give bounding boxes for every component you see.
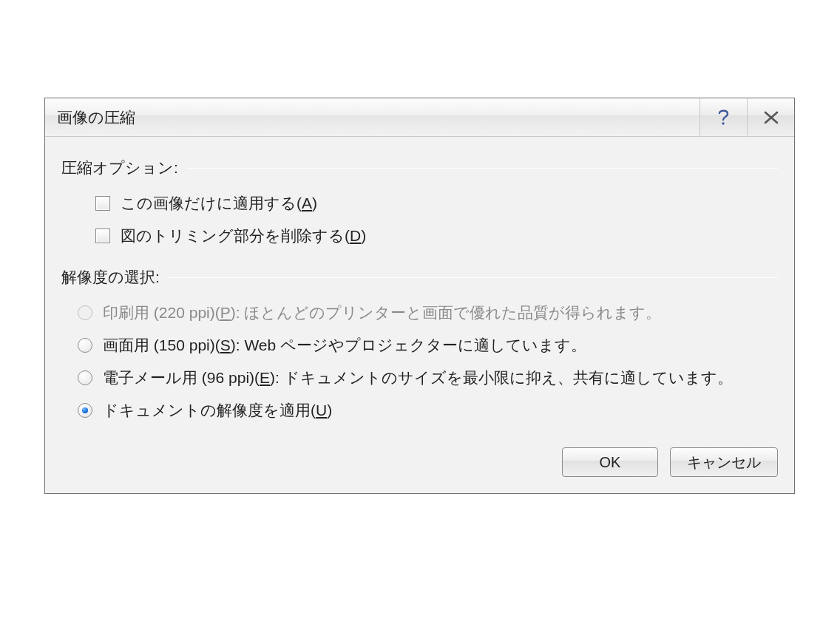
ok-button[interactable]: OK: [562, 447, 658, 477]
resolution-radio-email[interactable]: [78, 370, 92, 385]
resolution-radio-screen[interactable]: [78, 338, 92, 353]
resolution-radio-group: 印刷用 (220 ppi)(P): ほとんどのプリンターと画面で優れた品質が得ら…: [61, 298, 778, 428]
resolution-label-email: 電子メール用 (96 ppi)(E): ドキュメントのサイズを最小限に抑え、共有…: [103, 368, 733, 388]
help-icon: [717, 109, 731, 126]
help-button[interactable]: [700, 98, 747, 136]
resolution-option-screen[interactable]: 画面用 (150 ppi)(S): Web ページやプロジェクターに適しています…: [61, 331, 778, 363]
dialog-title: 画像の圧縮: [45, 98, 700, 136]
apply-only-this-label: この画像だけに適用する(A): [121, 193, 317, 214]
compression-options-heading-text: 圧縮オプション:: [61, 158, 178, 178]
cancel-button[interactable]: キャンセル: [670, 447, 778, 477]
close-button[interactable]: [747, 98, 794, 136]
dialog-body: 圧縮オプション: この画像だけに適用する(A) 図のトリミング部分を削除する(D…: [45, 137, 794, 436]
resolution-heading-text: 解像度の選択:: [61, 267, 160, 288]
delete-cropped-checkbox[interactable]: [95, 228, 110, 243]
compress-pictures-dialog: 画像の圧縮 圧縮オプション: この画像だけに適用する(A): [44, 98, 795, 494]
resolution-heading: 解像度の選択:: [61, 267, 778, 288]
resolution-label-print: 印刷用 (220 ppi)(P): ほとんどのプリンターと画面で優れた品質が得ら…: [103, 302, 661, 323]
group-divider: [187, 168, 778, 169]
titlebar: 画像の圧縮: [45, 98, 794, 137]
resolution-option-print: 印刷用 (220 ppi)(P): ほとんどのプリンターと画面で優れた品質が得ら…: [61, 298, 778, 331]
delete-cropped-checkbox-row[interactable]: 図のトリミング部分を削除する(D): [61, 221, 778, 254]
close-icon: [763, 111, 779, 124]
apply-only-this-checkbox[interactable]: [95, 196, 110, 211]
resolution-label-doc: ドキュメントの解像度を適用(U): [103, 400, 332, 421]
delete-cropped-label: 図のトリミング部分を削除する(D): [121, 226, 366, 246]
compression-options-heading: 圧縮オプション:: [61, 158, 778, 178]
resolution-radio-doc[interactable]: [78, 403, 92, 418]
apply-only-this-checkbox-row[interactable]: この画像だけに適用する(A): [61, 189, 778, 221]
resolution-option-doc[interactable]: ドキュメントの解像度を適用(U): [61, 396, 778, 428]
resolution-option-email[interactable]: 電子メール用 (96 ppi)(E): ドキュメントのサイズを最小限に抑え、共有…: [61, 363, 778, 396]
resolution-label-screen: 画面用 (150 ppi)(S): Web ページやプロジェクターに適しています…: [103, 335, 586, 356]
svg-point-0: [722, 122, 724, 124]
resolution-radio-print: [78, 305, 92, 320]
group-divider: [169, 277, 778, 278]
dialog-footer: OK キャンセル: [45, 436, 794, 493]
